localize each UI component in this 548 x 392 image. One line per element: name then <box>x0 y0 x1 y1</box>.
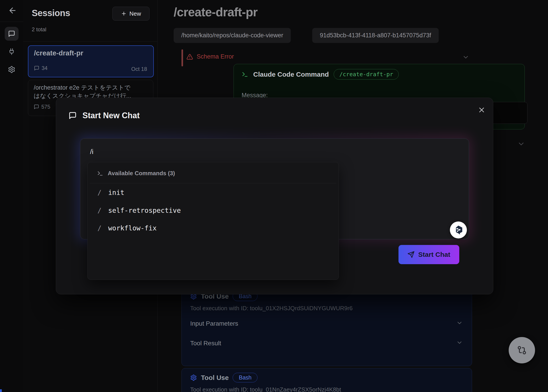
icon-rail <box>0 0 23 392</box>
chat-input-value: /i <box>90 148 93 155</box>
chevron-down-icon[interactable] <box>456 320 463 326</box>
message-square-icon <box>69 112 77 119</box>
terminal-icon <box>242 71 248 78</box>
popover-divider <box>90 183 336 183</box>
share-hexagon-icon <box>453 224 464 236</box>
panel-divider <box>23 41 157 42</box>
project-path-chip: /home/kaito/repos/claude-code-viewer <box>174 28 291 43</box>
command-option-init[interactable]: / init <box>88 186 339 199</box>
command-card-title: Claude Code Command <box>253 71 329 78</box>
plus-icon <box>121 11 127 17</box>
gear-icon <box>8 66 15 73</box>
page-title: /create-draft-pr <box>174 5 257 19</box>
chevron-down-icon[interactable] <box>462 54 469 61</box>
gear-icon <box>190 374 197 381</box>
tool-use-header: Tool Use Bash <box>190 373 257 382</box>
close-icon <box>478 106 485 114</box>
tool-execution-id: Tool execution with ID: toolu_01X2HSJQrd… <box>190 305 353 312</box>
git-actions-fab[interactable] <box>509 337 535 363</box>
tool-use-card: Tool Use Bash Tool execution with ID: to… <box>182 287 472 366</box>
alert-triangle-icon <box>186 53 193 60</box>
session-title-line1: /orchestrator e2e テストをテストで <box>34 84 131 92</box>
nav-mcp-button[interactable] <box>5 45 19 59</box>
nav-chat-button[interactable] <box>5 27 19 41</box>
schema-error-bar <box>182 49 183 66</box>
commands-popover-header: Available Commands (3) <box>97 170 175 177</box>
start-chat-label: Start Chat <box>418 251 450 258</box>
command-badge: /create-draft-pr <box>334 69 399 80</box>
session-id-chip: 91d53bcb-413f-4118-a807-b1457075d73f <box>312 28 439 43</box>
session-count-value: 575 <box>41 104 50 110</box>
tool-execution-id: Tool execution with ID: toolu_01NnZaey4r… <box>190 386 341 392</box>
plug-icon <box>8 48 15 55</box>
new-session-button[interactable]: New <box>112 7 149 21</box>
new-session-label: New <box>129 10 141 17</box>
modal-header: Start New Chat <box>69 111 140 120</box>
message-square-icon <box>34 65 39 71</box>
arrow-left-icon <box>8 6 16 15</box>
sessions-title: Sessions <box>32 8 70 18</box>
schema-error-label: Schema Error <box>197 53 234 60</box>
input-parameters-toggle[interactable]: Input Parameters <box>190 320 238 327</box>
tool-use-card: Tool Use Bash Tool execution with ID: to… <box>182 368 472 392</box>
session-title: /create-draft-pr <box>34 49 83 57</box>
start-chat-button[interactable]: Start Chat <box>399 245 459 264</box>
start-new-chat-modal: Start New Chat /i Available Commands (3)… <box>56 98 493 294</box>
session-message-count: 575 <box>34 104 50 110</box>
command-card-header: Claude Code Command /create-draft-pr <box>242 69 399 80</box>
send-icon <box>407 251 415 258</box>
tool-badge: Bash <box>233 373 257 382</box>
command-option-workflow-fix[interactable]: / workflow-fix <box>88 222 339 234</box>
chevron-down-icon[interactable] <box>517 140 525 148</box>
session-item-selected[interactable]: /create-draft-pr 34 Oct 18 <box>28 45 154 77</box>
tool-result-toggle[interactable]: Tool Result <box>190 340 221 347</box>
sessions-total: 2 total <box>32 26 46 33</box>
session-date: Oct 18 <box>131 66 147 72</box>
schema-error-row[interactable]: Schema Error <box>186 53 234 60</box>
command-name: init <box>108 189 124 196</box>
git-compare-icon <box>517 345 527 355</box>
command-prefix: / <box>98 224 101 232</box>
command-name: workflow-fix <box>108 224 157 232</box>
chevron-down-icon[interactable] <box>456 339 463 346</box>
commands-popover: Available Commands (3) / init / self-ret… <box>87 162 339 280</box>
commands-popover-title: Available Commands (3) <box>108 170 175 177</box>
rail-divider <box>0 22 23 22</box>
message-square-icon <box>8 30 15 37</box>
modal-title: Start New Chat <box>83 111 140 120</box>
message-square-icon <box>34 104 39 110</box>
terminal-icon <box>97 170 103 176</box>
close-button[interactable] <box>476 105 486 115</box>
session-message-count: 34 <box>34 65 48 71</box>
nav-settings-button[interactable] <box>5 63 19 77</box>
session-count-value: 34 <box>42 65 48 71</box>
command-name: self-retrospective <box>108 207 181 214</box>
command-option-self-retrospective[interactable]: / self-retrospective <box>88 204 339 217</box>
command-prefix: / <box>98 207 101 214</box>
tool-use-title: Tool Use <box>201 374 229 381</box>
extension-badge[interactable] <box>450 222 467 238</box>
command-prefix: / <box>98 189 101 196</box>
bottom-left-accent <box>0 389 2 392</box>
back-button[interactable] <box>7 5 17 16</box>
app-root: Sessions New 2 total /create-draft-pr 34… <box>0 0 548 392</box>
